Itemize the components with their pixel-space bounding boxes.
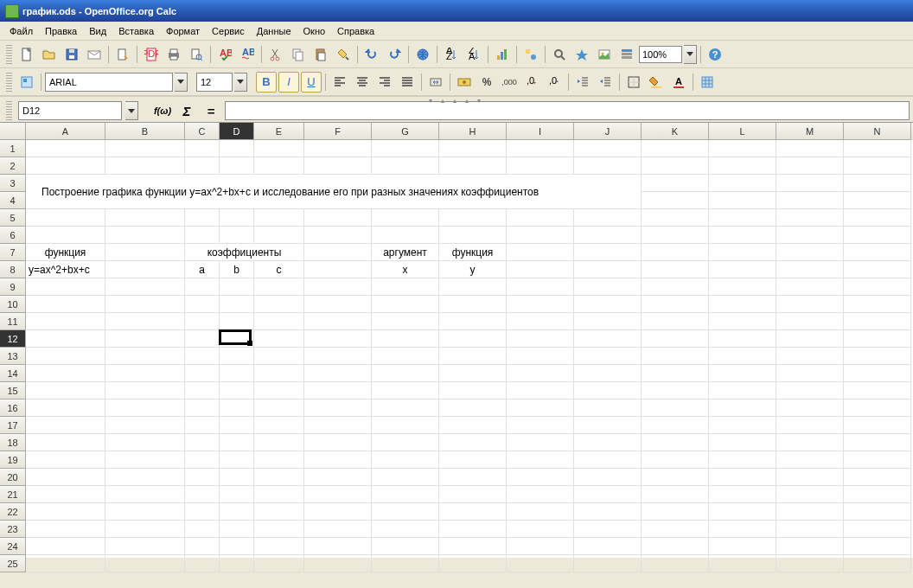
menu-file[interactable]: Файл [3,23,39,39]
cell[interactable] [304,278,372,296]
cell[interactable] [185,278,220,296]
cell[interactable] [105,486,185,503]
cell[interactable] [304,382,372,399]
cell[interactable] [439,313,507,330]
toolbar-splitter[interactable]: ▾ ▴ ▴ ▴ ▾ [0,96,913,99]
row-header-15[interactable]: 15 [0,382,26,399]
row-header-18[interactable]: 18 [0,434,26,451]
cell[interactable] [254,278,304,296]
cell[interactable] [507,140,574,157]
cell[interactable] [185,348,220,365]
cell[interactable] [439,486,507,503]
align-right-icon[interactable] [374,72,395,93]
cell[interactable] [185,417,220,434]
row-header-16[interactable]: 16 [0,399,26,417]
cell[interactable] [26,157,105,175]
row-header-25[interactable]: 25 [0,555,26,572]
cell[interactable] [574,140,642,157]
cell[interactable] [844,486,911,503]
cell[interactable] [105,157,185,175]
spreadsheet-grid[interactable]: ABCDEFGHIJKLMN 1234567891011121314151617… [0,122,913,558]
cell-content[interactable]: a [185,261,220,278]
cell[interactable] [26,434,105,451]
cell[interactable] [844,278,911,296]
cell[interactable] [439,399,507,417]
menu-data[interactable]: Данные [251,23,297,39]
cell[interactable] [709,555,776,572]
cell[interactable] [642,296,709,313]
cell[interactable] [26,555,105,572]
cell[interactable] [844,365,911,382]
cell[interactable] [507,313,574,330]
cell[interactable] [642,399,709,417]
cell[interactable] [26,140,105,157]
menu-help[interactable]: Справка [331,23,380,39]
cell[interactable] [254,348,304,365]
cell[interactable] [776,434,844,451]
cell[interactable] [372,330,439,348]
cell[interactable] [372,417,439,434]
cell[interactable] [185,503,220,521]
cell[interactable] [254,296,304,313]
cell[interactable] [185,140,220,157]
cell[interactable] [105,140,185,157]
cell[interactable] [439,382,507,399]
cell[interactable] [574,157,642,175]
cell[interactable] [776,417,844,434]
cell[interactable] [372,313,439,330]
cell[interactable] [709,296,776,313]
cell[interactable] [507,157,574,175]
col-header-H[interactable]: H [439,123,507,140]
align-justify-icon[interactable] [397,72,418,93]
cell[interactable] [844,503,911,521]
menu-format[interactable]: Формат [160,23,206,39]
row-header-9[interactable]: 9 [0,278,26,296]
percent-icon[interactable]: % [476,72,497,93]
row-header-13[interactable]: 13 [0,348,26,365]
cell[interactable] [254,555,304,572]
background-color-icon[interactable] [646,72,667,93]
cell[interactable] [105,451,185,469]
open-icon[interactable] [39,44,60,65]
cell[interactable] [185,469,220,486]
menu-edit[interactable]: Правка [39,23,83,39]
cell[interactable] [220,434,254,451]
align-center-icon[interactable] [352,72,373,93]
cell[interactable] [507,261,574,278]
cell[interactable] [776,244,844,261]
pdf-icon[interactable]: PDF [141,44,162,65]
cell[interactable] [439,538,507,555]
cell[interactable] [439,157,507,175]
cell[interactable] [709,434,776,451]
cell[interactable] [185,157,220,175]
cell[interactable] [574,296,642,313]
cell[interactable] [439,469,507,486]
row-header-21[interactable]: 21 [0,486,26,503]
cell[interactable] [642,486,709,503]
cell[interactable] [304,209,372,227]
col-header-N[interactable]: N [844,123,911,140]
cell[interactable] [220,486,254,503]
cell[interactable] [220,365,254,382]
cell[interactable] [507,469,574,486]
col-header-L[interactable]: L [709,123,776,140]
col-header-F[interactable]: F [304,123,372,140]
cell[interactable] [26,209,105,227]
cell[interactable] [105,365,185,382]
zoom-input[interactable]: 100% [639,46,682,63]
cell[interactable] [304,521,372,538]
cell[interactable] [372,399,439,417]
cell[interactable] [709,140,776,157]
name-box-dropdown[interactable] [125,101,138,120]
function-wizard-icon[interactable]: f(ω) [152,101,173,120]
standard-format-icon[interactable]: ,0 [544,72,565,93]
cell[interactable] [26,486,105,503]
cell[interactable] [507,348,574,365]
align-left-icon[interactable] [329,72,350,93]
cell[interactable] [304,330,372,348]
cell[interactable] [642,192,709,209]
cell[interactable] [642,313,709,330]
cell[interactable] [304,313,372,330]
find-icon[interactable] [549,44,570,65]
row-header-1[interactable]: 1 [0,140,26,157]
